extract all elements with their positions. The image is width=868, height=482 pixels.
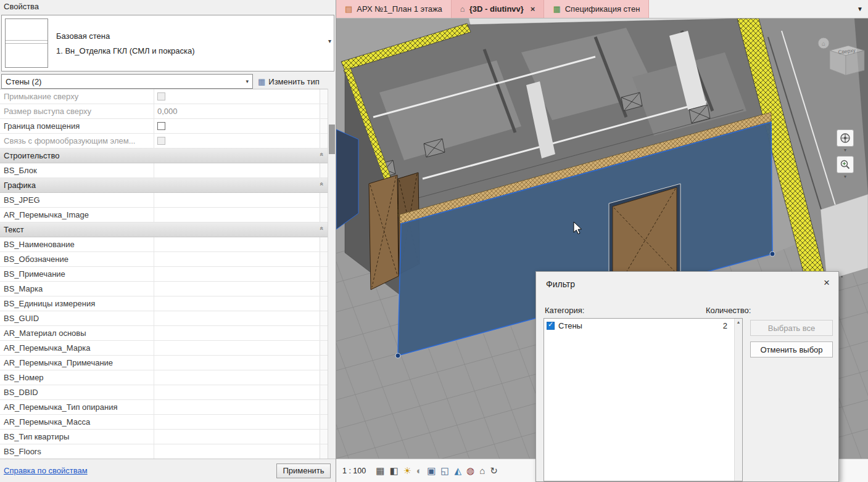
- property-value[interactable]: [154, 267, 320, 281]
- property-value[interactable]: [154, 89, 320, 104]
- properties-scrollbar[interactable]: [328, 89, 336, 459]
- row-grip: [320, 356, 328, 370]
- sun-path-icon[interactable]: ☀: [403, 465, 411, 476]
- property-row[interactable]: BS_Обозначение: [0, 252, 328, 267]
- property-value[interactable]: [154, 341, 320, 355]
- property-row[interactable]: Графика: [0, 178, 328, 193]
- property-value[interactable]: [154, 163, 320, 178]
- property-value[interactable]: [154, 119, 320, 133]
- property-label: AR_Перемычка_Марка: [0, 341, 154, 355]
- row-grip: [320, 415, 328, 429]
- property-checkbox[interactable]: [157, 122, 165, 130]
- property-row[interactable]: AR_Перемычка_Марка: [0, 341, 328, 356]
- property-row[interactable]: AR_Перемычка_Масса: [0, 415, 328, 430]
- property-value[interactable]: [154, 444, 320, 459]
- properties-scrollbar-thumb[interactable]: [329, 125, 335, 154]
- property-value[interactable]: [154, 356, 320, 370]
- tab-plan-view[interactable]: ▤ АРХ №1_План 1 этажа: [336, 0, 452, 18]
- property-row[interactable]: BS_DBID: [0, 385, 328, 400]
- property-row[interactable]: AR_Перемычка_Image: [0, 208, 328, 223]
- property-row[interactable]: BS_Примечание: [0, 267, 328, 282]
- property-value[interactable]: [154, 415, 320, 429]
- tab-list-dropdown-icon[interactable]: ▼: [857, 6, 863, 12]
- property-value[interactable]: [154, 237, 320, 251]
- property-checkbox[interactable]: [157, 137, 165, 145]
- property-row[interactable]: BS_JPEG: [0, 193, 328, 208]
- type-selector-dropdown-icon[interactable]: ▾: [328, 38, 331, 44]
- property-checkbox[interactable]: [157, 92, 165, 100]
- property-row[interactable]: Строительство: [0, 149, 328, 163]
- property-value[interactable]: [154, 400, 320, 414]
- property-value[interactable]: [154, 134, 320, 148]
- property-value[interactable]: [154, 208, 320, 222]
- filter-list-scrollbar[interactable]: ▲: [734, 319, 742, 481]
- property-row[interactable]: BS_Тип квартиры: [0, 430, 328, 444]
- crop-region-icon[interactable]: ◱: [440, 465, 449, 476]
- type-selector[interactable]: Базовая стена 1. Вн_Отделка ГКЛ (СМЛ и п…: [1, 15, 334, 71]
- properties-footer: Справка по свойствам Применить: [0, 459, 336, 482]
- displacement-icon[interactable]: ↻: [490, 465, 498, 476]
- tab-schedule-view[interactable]: ▦ Спецификация стен: [544, 0, 649, 18]
- reveal-hidden-icon[interactable]: ◍: [466, 465, 474, 476]
- select-all-button[interactable]: Выбрать все: [750, 320, 833, 336]
- property-value[interactable]: [154, 311, 320, 325]
- scale-button[interactable]: 1 : 100: [342, 467, 366, 475]
- apply-button[interactable]: Применить: [276, 464, 331, 478]
- property-label: BS_Номер: [0, 370, 154, 385]
- property-row[interactable]: AR_Перемычка_Примечание: [0, 356, 328, 370]
- property-row[interactable]: Размер выступа сверху 0,000: [0, 104, 328, 119]
- wall-endpoint-handle[interactable]: [770, 251, 775, 256]
- property-row[interactable]: AR_Материал основы: [0, 326, 328, 341]
- property-row[interactable]: AR_Перемычка_Тип опирания: [0, 400, 328, 415]
- property-value[interactable]: [154, 193, 320, 207]
- shadows-icon[interactable]: ◐: [416, 465, 422, 476]
- crop-view-icon[interactable]: ▣: [427, 465, 436, 476]
- visual-style-icon[interactable]: ◧: [389, 465, 398, 476]
- close-tab-icon[interactable]: ×: [531, 4, 535, 14]
- property-row[interactable]: BS_Марка: [0, 282, 328, 296]
- collapse-chevron-icon[interactable]: [316, 149, 328, 163]
- temporary-view-properties-icon[interactable]: ⌂: [479, 465, 485, 476]
- property-row[interactable]: Связь с формообразующим элем...: [0, 134, 328, 149]
- edit-type-button[interactable]: ▦ Изменить тип: [258, 77, 320, 86]
- property-value[interactable]: [154, 282, 320, 296]
- zoom-dropdown-icon[interactable]: ▾: [844, 174, 846, 180]
- temporary-hide-isolate-icon[interactable]: ◭: [455, 465, 462, 476]
- collapse-chevron-icon[interactable]: [316, 178, 328, 192]
- property-value[interactable]: [154, 326, 320, 340]
- property-value[interactable]: [154, 296, 320, 311]
- property-value[interactable]: [154, 252, 320, 266]
- property-row[interactable]: BS_Floors: [0, 444, 328, 459]
- property-row[interactable]: Текст: [0, 223, 328, 237]
- property-value[interactable]: [154, 385, 320, 399]
- property-row[interactable]: BS_Наименование: [0, 237, 328, 252]
- collapse-chevron-icon[interactable]: [316, 223, 328, 237]
- property-row[interactable]: BS_Блок: [0, 163, 328, 178]
- property-row[interactable]: Примыкание сверху: [0, 89, 328, 104]
- property-row[interactable]: BS_GUID: [0, 311, 328, 326]
- selected-wall-2[interactable]: [336, 129, 358, 229]
- checkbox-checked-icon[interactable]: [547, 322, 555, 330]
- dialog-close-icon[interactable]: ×: [824, 277, 830, 289]
- detail-level-icon[interactable]: ▦: [376, 465, 384, 476]
- zoom-icon: [840, 159, 851, 170]
- scroll-up-icon[interactable]: ▲: [735, 319, 742, 326]
- property-value[interactable]: 0,000: [154, 104, 320, 118]
- properties-help-link[interactable]: Справка по свойствам: [4, 466, 88, 475]
- door-left[interactable]: [369, 175, 399, 290]
- property-value[interactable]: [154, 430, 320, 444]
- clear-selection-button[interactable]: Отменить выбор: [750, 341, 833, 357]
- steering-wheel-button[interactable]: [837, 129, 854, 147]
- count-label: Количество:: [706, 306, 751, 315]
- wheel-dropdown-icon[interactable]: ▾: [844, 147, 846, 153]
- property-value[interactable]: [154, 370, 320, 385]
- selection-filter-combo[interactable]: Стены (2) ▾: [1, 74, 253, 89]
- property-row[interactable]: BS_Номер: [0, 370, 328, 385]
- zoom-button[interactable]: [837, 156, 854, 173]
- filter-category-row[interactable]: Стены 2: [544, 319, 742, 332]
- property-row[interactable]: BS_Единицы измерения: [0, 296, 328, 311]
- property-row[interactable]: Граница помещения: [0, 119, 328, 134]
- home-icon[interactable]: ⌂: [822, 40, 825, 47]
- wall-endpoint-handle[interactable]: [395, 353, 400, 358]
- tab-3d-view[interactable]: ⌂ {3D - diutinvv} ×: [452, 0, 545, 18]
